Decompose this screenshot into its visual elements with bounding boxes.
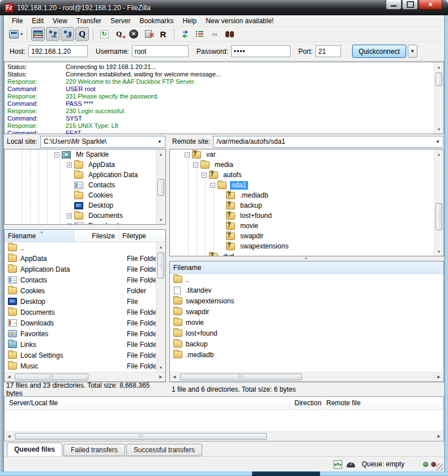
scroll-left-icon[interactable]: ◀ [5, 372, 14, 381]
process-queue-button[interactable]: Q [112, 27, 126, 41]
menu-item-new-version-available[interactable]: New version available! [201, 15, 278, 27]
queue-column-server-local-file[interactable]: Server/Local file [5, 397, 290, 409]
dropdown-arrow-icon[interactable]: ▾ [20, 32, 23, 37]
menu-item-transfer[interactable]: Transfer [72, 15, 106, 27]
file-row-[interactable]: .. [5, 242, 165, 253]
scroll-right-icon[interactable]: ▶ [434, 372, 443, 381]
directory-comparison-button[interactable] [178, 27, 192, 41]
menu-item-view[interactable]: View [48, 15, 72, 27]
host-input[interactable] [28, 45, 88, 57]
chevron-down-icon[interactable]: ▼ [433, 139, 440, 144]
tree-item-dvd[interactable]: dvd [170, 251, 443, 256]
file-row-mediadb[interactable]: .mediadb [170, 349, 443, 360]
toggle-local-tree-button[interactable]: L [46, 27, 59, 41]
collapse-icon[interactable]: − [185, 152, 190, 157]
port-input[interactable] [315, 45, 341, 57]
local-list-hscrollbar[interactable]: ◀ ▶ [5, 372, 165, 381]
local-list-scrollbar[interactable]: ▲ ▼ [156, 242, 165, 372]
message-log-scrollbar[interactable]: ▲ ▼ [434, 62, 443, 134]
sync-browsing-button[interactable]: ∞ [208, 27, 221, 41]
site-manager-button[interactable]: ▾ [9, 27, 23, 41]
close-button[interactable] [419, 0, 442, 10]
file-row-swapextensions[interactable]: swapextensions [170, 295, 443, 306]
scroll-left-icon[interactable]: ◀ [5, 432, 14, 441]
minimize-button[interactable] [386, 0, 402, 10]
file-row-cookies[interactable]: CookiesFolder [5, 285, 165, 296]
tree-item-documents[interactable]: +Documents [5, 211, 165, 221]
scroll-down-icon[interactable]: ▼ [156, 363, 165, 372]
collapse-icon[interactable]: − [193, 162, 198, 168]
scroll-right-icon[interactable]: ▶ [434, 432, 443, 441]
file-row-music[interactable]: MusicFile Folder [5, 361, 165, 371]
tree-item-contacts[interactable]: Contacts [5, 180, 165, 190]
file-row-desktop[interactable]: DesktopFile [5, 296, 165, 307]
scroll-up-icon[interactable]: ▲ [434, 62, 443, 71]
tree-item-autofs[interactable]: −autofs [170, 170, 443, 180]
file-row-swapdir[interactable]: swapdir [170, 306, 443, 317]
tree-item-mediadb[interactable]: .mediadb [170, 190, 443, 200]
scroll-thumb[interactable] [157, 252, 164, 278]
tree-item-application-data[interactable]: Application Data [5, 170, 165, 180]
resize-grip[interactable] [436, 464, 443, 470]
collapse-icon[interactable]: − [54, 152, 59, 157]
tree-item-media[interactable]: −media [170, 160, 443, 170]
username-input[interactable] [132, 45, 189, 57]
reconnect-button[interactable]: R [156, 27, 170, 41]
expand-icon[interactable]: + [67, 213, 72, 218]
toggle-queue-button[interactable]: Q [75, 27, 89, 41]
file-row-favorites[interactable]: FavoritesFile Folder [5, 328, 165, 339]
scroll-up-icon[interactable]: ▲ [156, 242, 165, 251]
tree-item-sda1[interactable]: −sda1 [170, 180, 443, 190]
expand-icon[interactable]: + [67, 162, 72, 168]
menu-item-bookmarks[interactable]: Bookmarks [135, 15, 178, 27]
remote-pane-splitter[interactable]: ▼ [169, 256, 444, 261]
tree-item-var[interactable]: −var [170, 149, 443, 160]
file-row-titandev[interactable]: .titandev [170, 285, 443, 295]
collapse-icon[interactable]: − [202, 173, 207, 178]
tree-item-desktop[interactable]: Desktop [5, 200, 165, 211]
maximize-button[interactable] [402, 0, 418, 10]
quickconnect-button[interactable]: Quickconnect [352, 45, 406, 58]
file-row-[interactable]: .. [170, 274, 443, 285]
find-files-button[interactable] [223, 27, 236, 41]
tree-item-swapdir[interactable]: swapdir [170, 231, 443, 241]
column-header-filetype[interactable]: Filetype [119, 230, 165, 242]
file-row-backup[interactable]: backup [170, 338, 443, 349]
toggle-remote-tree-button[interactable]: F [61, 27, 74, 41]
file-row-links[interactable]: LinksFile Folder [5, 339, 165, 350]
menu-item-server[interactable]: Server [106, 15, 135, 27]
scroll-down-icon[interactable]: ▼ [434, 125, 443, 134]
column-header-filename[interactable]: Filename ▲ [5, 230, 75, 242]
menu-item-help[interactable]: Help [178, 15, 201, 27]
scroll-thumb[interactable] [180, 374, 302, 380]
tab-queued-files[interactable]: Queued files [7, 443, 62, 456]
cancel-button[interactable]: ✕ [127, 27, 140, 41]
menu-item-edit[interactable]: Edit [27, 15, 48, 27]
file-row-documents[interactable]: DocumentsFile Folder [5, 307, 165, 318]
scroll-right-icon[interactable]: ▶ [156, 372, 165, 381]
tree-item-cookies[interactable]: Cookies [5, 190, 165, 200]
local-site-combobox[interactable]: C:\Users\Mr Sparkle\ ▼ [40, 136, 165, 148]
tab-failed-transfers[interactable]: Failed transfers [63, 444, 125, 456]
file-row-local-settings[interactable]: Local SettingsFile Folder [5, 350, 165, 361]
column-header-filesize[interactable]: Filesize [75, 230, 119, 242]
file-row-appdata[interactable]: AppDataFile Folder [5, 253, 165, 264]
column-header-filename[interactable]: Filename [170, 261, 443, 273]
tree-item-movie[interactable]: movie [170, 221, 443, 231]
file-row-lost-found[interactable]: lost+found [170, 328, 443, 338]
tree-item-appdata[interactable]: +AppData [5, 160, 165, 170]
file-row-movie[interactable]: movie [170, 317, 443, 328]
local-pane-splitter[interactable] [4, 225, 166, 229]
remote-list-hscrollbar[interactable]: ◀ ▶ [170, 372, 443, 381]
file-row-application-data[interactable]: Application DataFile Folder [5, 264, 165, 275]
chevron-down-icon[interactable]: ▼ [155, 139, 162, 144]
queue-column-remote-file[interactable]: Remote file [322, 397, 443, 409]
splitter-collapse-icon[interactable]: ▼ [304, 257, 308, 260]
toggle-message-log-button[interactable] [31, 27, 45, 41]
filter-button[interactable] [193, 27, 207, 41]
password-input[interactable] [231, 45, 291, 57]
tree-item-swapextensions[interactable]: swapextensions [170, 241, 443, 251]
file-row-contacts[interactable]: ContactsFile Folder [5, 275, 165, 285]
collapse-icon[interactable]: − [210, 183, 215, 188]
tab-successful-transfers[interactable]: Successful transfers [126, 444, 202, 456]
